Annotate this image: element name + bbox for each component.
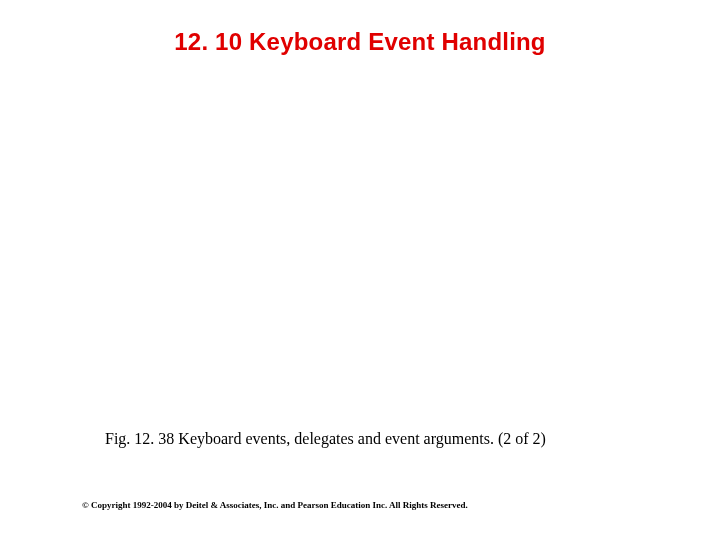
figure-caption: Fig. 12. 38 Keyboard events, delegates a… [105,430,546,448]
slide-title: 12. 10 Keyboard Event Handling [0,28,720,56]
slide: 12. 10 Keyboard Event Handling Fig. 12. … [0,0,720,540]
copyright-notice: © Copyright 1992-2004 by Deitel & Associ… [82,500,468,510]
